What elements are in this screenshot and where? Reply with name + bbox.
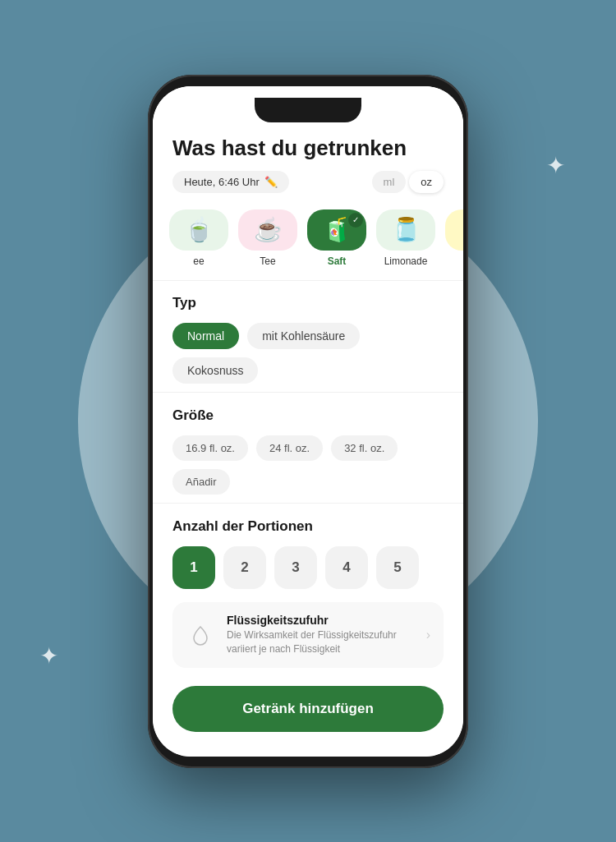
chevron-right-icon: › — [426, 628, 430, 642]
drink-item-saft[interactable]: ✓ 🧃 Saft — [307, 209, 366, 267]
drink-item-alc[interactable]: 🍺 Alc — [445, 209, 463, 267]
notch — [255, 98, 361, 122]
screen-content: Was hast du getrunken Heute, 6:46 Uhr ✏️… — [153, 86, 463, 757]
page-title: Was hast du getrunken — [172, 136, 444, 161]
drink-icon-symbol: 🍵 — [185, 216, 214, 243]
drink-item-ee[interactable]: 🍵 ee — [169, 209, 228, 267]
ml-button[interactable]: ml — [372, 171, 407, 193]
drink-icon-symbol-tee: ☕ — [254, 216, 283, 243]
size-pill-32[interactable]: 32 fl. oz. — [331, 435, 398, 461]
drink-icon-symbol-limonade: 🫙 — [392, 216, 421, 243]
drink-label-tee: Tee — [260, 255, 275, 267]
size-section-title: Größe — [172, 407, 444, 424]
portion-btn-2[interactable]: 2 — [223, 546, 266, 589]
drink-label-limonade: Limonade — [384, 255, 428, 267]
add-btn-area: Getränk hinzufügen — [153, 678, 463, 757]
date-label: Heute, 6:46 Uhr — [184, 176, 260, 188]
type-pill-normal[interactable]: Normal — [172, 323, 239, 349]
size-section: Größe 16.9 fl. oz. 24 fl. oz. 32 fl. oz.… — [153, 393, 463, 503]
drink-icon-symbol-alc: 🍺 — [461, 216, 464, 243]
sparkle-bottom-left: ✦ — [39, 642, 58, 669]
phone-screen: Was hast du getrunken Heute, 6:46 Uhr ✏️… — [153, 86, 463, 757]
unit-toggle: ml oz — [372, 171, 444, 193]
page-header: Was hast du getrunken Heute, 6:46 Uhr ✏️… — [153, 127, 463, 206]
info-card-title: Flüssigkeitszufuhr — [227, 614, 415, 627]
drink-label-ee: ee — [193, 255, 204, 267]
info-card[interactable]: Flüssigkeitszufuhr Die Wirksamkeit der F… — [172, 602, 444, 668]
portion-btn-4[interactable]: 4 — [325, 546, 368, 589]
check-badge: ✓ — [348, 213, 363, 228]
size-pill-anadir[interactable]: Añadir — [172, 469, 230, 495]
drink-scroll[interactable]: 🍵 ee ☕ Tee ✓ 🧃 Saft — [153, 206, 463, 280]
oz-button[interactable]: oz — [409, 171, 444, 193]
portion-btn-5[interactable]: 5 — [376, 546, 419, 589]
drink-icon-alc: 🍺 — [445, 209, 463, 251]
portion-row: 1 2 3 4 5 — [172, 546, 444, 589]
size-row: 16.9 fl. oz. 24 fl. oz. 32 fl. oz. Añadi… — [172, 435, 444, 495]
drink-icon-tee: ☕ — [238, 209, 297, 251]
portion-section-title: Anzahl der Portionen — [172, 518, 444, 535]
type-section: Typ Normal mit Kohlensäure Kokosnuss — [153, 280, 463, 392]
portion-btn-1[interactable]: 1 — [172, 546, 215, 589]
portion-section: Anzahl der Portionen 1 2 3 4 5 — [153, 504, 463, 597]
drink-icon-ee: 🍵 — [169, 209, 228, 251]
add-drink-button[interactable]: Getränk hinzufügen — [172, 686, 444, 732]
type-pill-kokosnuss[interactable]: Kokosnuss — [172, 357, 258, 384]
drink-item-tee[interactable]: ☕ Tee — [238, 209, 297, 267]
info-text: Flüssigkeitszufuhr Die Wirksamkeit der F… — [227, 614, 415, 656]
drink-icon-limonade: 🫙 — [376, 209, 435, 251]
type-section-title: Typ — [172, 295, 444, 311]
portion-btn-3[interactable]: 3 — [274, 546, 317, 589]
size-pill-169[interactable]: 16.9 fl. oz. — [172, 435, 248, 461]
type-pill-row: Normal mit Kohlensäure Kokosnuss — [172, 323, 444, 384]
sparkle-top-right: ✦ — [546, 152, 565, 179]
drink-label-saft: Saft — [328, 255, 347, 267]
type-pill-kohlensaure[interactable]: mit Kohlensäure — [247, 323, 360, 349]
size-pill-24[interactable]: 24 fl. oz. — [256, 435, 323, 461]
info-card-description: Die Wirksamkeit der Flüssigkeitszufuhr v… — [227, 628, 415, 656]
date-pill[interactable]: Heute, 6:46 Uhr ✏️ — [172, 171, 289, 193]
header-row: Heute, 6:46 Uhr ✏️ ml oz — [172, 171, 444, 193]
drink-item-limonade[interactable]: 🫙 Limonade — [376, 209, 435, 267]
drink-icon-symbol-saft: 🧃 — [323, 216, 352, 243]
phone-device: Was hast du getrunken Heute, 6:46 Uhr ✏️… — [148, 75, 468, 768]
edit-icon[interactable]: ✏️ — [264, 176, 278, 188]
water-drop-icon — [186, 620, 215, 650]
drink-icon-saft: ✓ 🧃 — [307, 209, 366, 251]
